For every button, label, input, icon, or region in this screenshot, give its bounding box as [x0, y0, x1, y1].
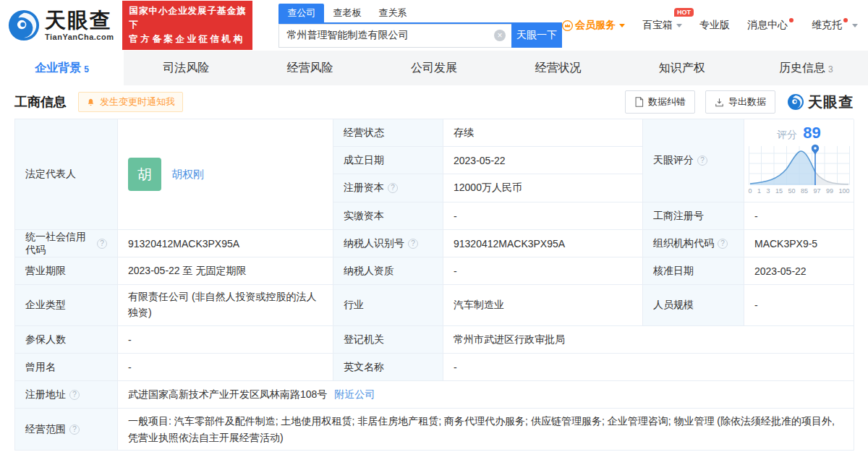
chevron-down-icon: [619, 24, 625, 27]
watermark-text: 天眼查: [808, 93, 854, 112]
industry-value: 汽车制造业: [443, 285, 643, 326]
menu-user-label: 维克托: [812, 19, 842, 32]
menu-user-account[interactable]: 维克托: [812, 19, 858, 32]
tab-history-info[interactable]: 历史信息 3: [744, 51, 868, 85]
business-scope-value: 一般项目: 汽车零部件及配件制造; 土地使用权租赁; 非居住房地产租赁; 商务代…: [118, 409, 854, 451]
menu-messages-label: 消息中心: [747, 19, 788, 32]
term-value: 2023-05-22 至 无固定期限: [118, 257, 333, 285]
insured-count-label: 参保人数: [15, 326, 118, 354]
top-menu: 会员服务 百宝箱 HOT 专业版 消息中心 维克托: [562, 19, 858, 32]
notification-dot: [789, 18, 793, 22]
english-name-label: 英文名称: [333, 354, 443, 381]
menu-toolbox[interactable]: 百宝箱 HOT: [642, 19, 682, 32]
search-tabs: 查公司 查老板 查关系: [278, 4, 562, 24]
section-actions: 数据纠错 导出数据 天眼查: [615, 90, 854, 114]
help-icon[interactable]: ?: [408, 239, 418, 249]
brand-text: 天眼查 TianYanCha.com: [45, 10, 114, 41]
reg-no-value: -: [744, 202, 854, 230]
search-input-wrap: ×: [278, 24, 511, 48]
help-icon[interactable]: ?: [388, 183, 398, 193]
score-word: 评分: [777, 129, 797, 142]
tab-company-background[interactable]: 企业背景 5: [0, 51, 124, 85]
approval-date-value: 2023-05-22: [744, 257, 854, 285]
tab-operation-risk[interactable]: 经营风险: [248, 51, 372, 85]
help-icon[interactable]: ?: [97, 239, 107, 249]
bell-icon: [86, 98, 95, 107]
export-data-label: 导出数据: [728, 95, 766, 108]
help-icon[interactable]: ?: [718, 239, 728, 249]
staff-size-label: 人员规模: [643, 285, 744, 326]
hot-badge: HOT: [674, 8, 694, 17]
tab-label: 司法风险: [163, 61, 209, 76]
help-icon[interactable]: ?: [69, 390, 80, 400]
taxpayer-id-value: 91320412MACK3PX95A: [443, 230, 643, 257]
reg-no-label: 工商注册号: [643, 202, 744, 230]
taxpayer-id-label: 纳税人识别号 ?: [333, 230, 443, 257]
established-label: 成立日期: [333, 147, 443, 174]
tianyancha-logo[interactable]: 天眼查 TianYanCha.com: [7, 9, 114, 42]
status-label: 经营状态: [333, 119, 443, 147]
notify-on-change-button[interactable]: 发生变更时通知我: [78, 92, 183, 112]
help-icon[interactable]: ?: [697, 155, 707, 166]
gov-badge-line1: 国家中小企业发展子基金旗下: [129, 4, 246, 33]
chevron-down-icon: [676, 24, 682, 27]
term-label: 营业期限: [15, 257, 118, 285]
search-input[interactable]: [278, 24, 511, 48]
taxpayer-qual-label: 纳税人资质: [333, 257, 443, 285]
tianyan-score-chart: 评分 89 0 1: [744, 119, 854, 202]
status-value: 存续: [443, 119, 643, 147]
tab-label: 公司发展: [411, 61, 457, 76]
insured-count-value: -: [118, 326, 333, 354]
notify-label: 发生变更时通知我: [100, 95, 175, 108]
data-correction-label: 数据纠错: [648, 95, 686, 108]
company-type-value: 有限责任公司 (非自然人投资或控股的法人独资): [118, 285, 333, 326]
menu-message-center[interactable]: 消息中心: [747, 19, 794, 32]
legal-rep-name-link[interactable]: 胡权刚: [171, 168, 204, 182]
org-code-value: MACK3PX9-5: [744, 230, 854, 257]
clear-icon[interactable]: ×: [494, 30, 506, 41]
score-line: 评分 89: [777, 124, 820, 142]
tab-label: 经营状况: [535, 61, 581, 76]
notification-dot: [843, 18, 848, 22]
paid-capital-value: -: [443, 202, 643, 230]
export-data-button[interactable]: 导出数据: [705, 90, 775, 114]
gov-certification-badge: 国家中小企业发展子基金旗下 官方备案企业征信机构: [122, 1, 252, 50]
tab-count: 5: [84, 64, 89, 74]
paid-capital-label: 实缴资本: [333, 202, 443, 230]
menu-pro-version[interactable]: 专业版: [699, 19, 730, 32]
registration-authority-label: 登记机关: [333, 326, 443, 354]
search-button[interactable]: 天眼一下: [511, 24, 562, 48]
help-icon[interactable]: ?: [69, 425, 80, 435]
tab-label: 经营风险: [287, 61, 333, 76]
menu-toolbox-label: 百宝箱: [642, 19, 673, 32]
registration-authority-value: 常州市武进区行政审批局: [443, 326, 854, 354]
tab-judicial-risk[interactable]: 司法风险: [124, 51, 247, 85]
business-info-table: 法定代表人 胡 胡权刚 经营状态 存续 成立日期 2023-05-22 注册资本…: [14, 119, 854, 451]
data-correction-button[interactable]: 数据纠错: [625, 90, 695, 114]
tab-intellectual-property[interactable]: 知识产权: [620, 51, 744, 85]
score-distribution-chart: [749, 143, 850, 187]
legal-rep-avatar[interactable]: 胡: [128, 158, 161, 191]
score-axis-ticks: 0 1 3 15 50 85 97 99 100: [749, 187, 850, 195]
tab-operation-status[interactable]: 经营状况: [496, 51, 620, 85]
search-tab-relation[interactable]: 查关系: [370, 4, 415, 22]
industry-label: 行业: [333, 285, 443, 326]
legal-rep-cell: 胡 胡权刚: [118, 119, 333, 230]
search-tab-boss[interactable]: 查老板: [324, 4, 370, 22]
taxpayer-qual-value: -: [443, 257, 643, 285]
section-title: 工商信息: [14, 93, 67, 111]
staff-size-value: -: [744, 285, 854, 326]
nearby-companies-link[interactable]: 附近公司: [334, 388, 375, 401]
tianyan-score-label: 天眼评分 ?: [643, 119, 744, 202]
search-area: 查公司 查老板 查关系 × 天眼一下: [278, 4, 562, 48]
gov-badge-line2: 官方备案企业征信机构: [129, 33, 246, 46]
score-number: 89: [803, 124, 820, 142]
page-tabbar: 企业背景 5 司法风险 经营风险 公司发展 经营状况 知识产权 历史信息 3: [0, 51, 868, 85]
tab-company-development[interactable]: 公司发展: [372, 51, 495, 85]
registered-address-value: 武进国家高新技术产业开发区凤林南路108号 附近公司: [118, 381, 854, 409]
search-tab-company[interactable]: 查公司: [278, 4, 324, 22]
tab-label: 知识产权: [659, 61, 705, 76]
tab-label: 历史信息: [779, 61, 825, 76]
document-icon: [634, 97, 644, 107]
menu-member-services[interactable]: 会员服务: [562, 19, 625, 32]
